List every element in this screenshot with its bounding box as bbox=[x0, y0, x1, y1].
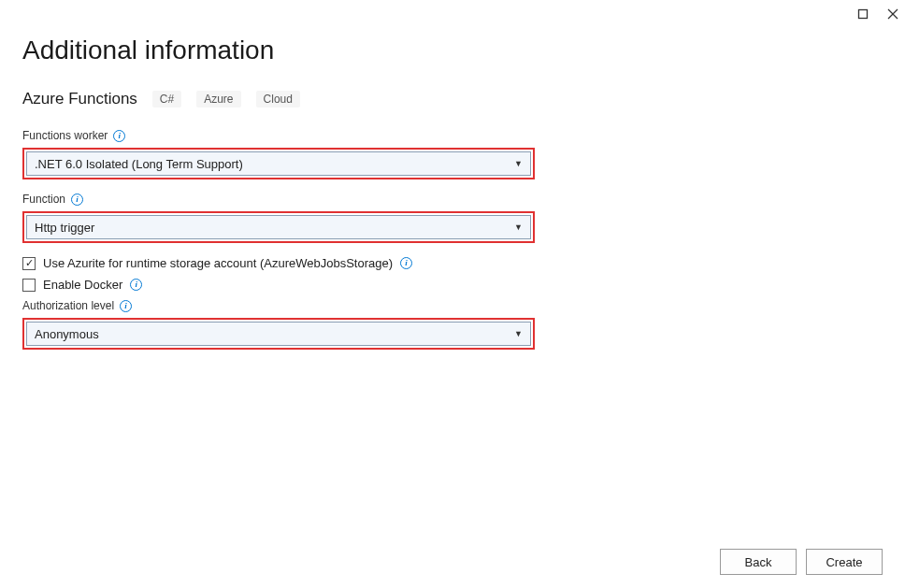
chevron-down-icon: ▼ bbox=[514, 329, 523, 338]
function-dropdown[interactable]: Http trigger ▼ bbox=[26, 215, 531, 239]
info-icon[interactable]: i bbox=[400, 257, 412, 269]
tag-csharp: C# bbox=[152, 91, 181, 108]
info-icon[interactable]: i bbox=[71, 194, 83, 206]
azurite-checkbox-row: ✓ Use Azurite for runtime storage accoun… bbox=[22, 256, 883, 270]
azurite-checkbox[interactable]: ✓ bbox=[22, 257, 36, 270]
create-button[interactable]: Create bbox=[806, 549, 883, 575]
maximize-button[interactable] bbox=[856, 7, 869, 21]
function-value: Http trigger bbox=[35, 221, 94, 235]
tag-azure: Azure bbox=[196, 91, 240, 108]
docker-checkbox-row: Enable Docker i bbox=[22, 278, 883, 292]
auth-level-label: Authorization level i bbox=[22, 299, 883, 312]
window-titlebar bbox=[856, 0, 905, 28]
info-icon[interactable]: i bbox=[113, 130, 125, 142]
close-button[interactable] bbox=[886, 7, 899, 21]
function-label: Function i bbox=[22, 193, 883, 206]
functions-worker-label-text: Functions worker bbox=[22, 129, 108, 142]
auth-level-label-text: Authorization level bbox=[22, 299, 114, 312]
dialog-content: Additional information Azure Functions C… bbox=[0, 0, 905, 350]
functions-worker-highlight: .NET 6.0 Isolated (Long Term Support) ▼ bbox=[22, 148, 535, 179]
close-icon bbox=[887, 8, 898, 20]
auth-level-highlight: Anonymous ▼ bbox=[22, 318, 535, 350]
function-highlight: Http trigger ▼ bbox=[22, 211, 535, 243]
functions-worker-value: .NET 6.0 Isolated (Long Term Support) bbox=[35, 157, 243, 171]
maximize-icon bbox=[857, 8, 869, 20]
info-icon[interactable]: i bbox=[120, 300, 132, 312]
docker-label: Enable Docker bbox=[43, 278, 122, 292]
auth-level-dropdown[interactable]: Anonymous ▼ bbox=[26, 322, 531, 346]
azurite-label: Use Azurite for runtime storage account … bbox=[43, 256, 393, 270]
docker-checkbox[interactable] bbox=[22, 279, 36, 292]
page-title: Additional information bbox=[22, 36, 883, 65]
back-button[interactable]: Back bbox=[720, 549, 797, 575]
dialog-footer: Back Create bbox=[720, 549, 883, 575]
functions-worker-dropdown[interactable]: .NET 6.0 Isolated (Long Term Support) ▼ bbox=[26, 151, 531, 176]
auth-level-value: Anonymous bbox=[35, 327, 99, 341]
tag-cloud: Cloud bbox=[256, 91, 300, 108]
svg-rect-0 bbox=[859, 10, 868, 19]
function-label-text: Function bbox=[22, 193, 65, 206]
template-name: Azure Functions bbox=[22, 90, 137, 108]
chevron-down-icon: ▼ bbox=[514, 222, 523, 232]
chevron-down-icon: ▼ bbox=[514, 159, 523, 168]
info-icon[interactable]: i bbox=[130, 279, 142, 291]
subtitle-row: Azure Functions C# Azure Cloud bbox=[22, 90, 883, 108]
functions-worker-label: Functions worker i bbox=[22, 129, 883, 142]
